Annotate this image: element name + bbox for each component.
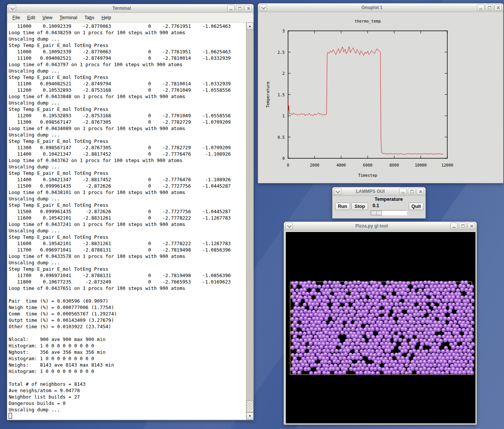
gnuplot-window-title: Gnuplot 1 bbox=[268, 5, 476, 10]
atom bbox=[431, 331, 435, 335]
atom bbox=[376, 371, 380, 376]
minimize-button[interactable] bbox=[399, 188, 407, 195]
lammps-gui-titlebar[interactable]: LAMMPS GUI bbox=[332, 187, 426, 196]
pizza-titlebar[interactable]: Pizza.py gl tool bbox=[284, 222, 477, 230]
atom bbox=[398, 338, 403, 343]
window-menu-button[interactable] bbox=[9, 5, 16, 12]
menu-item-edit[interactable]: Edit bbox=[25, 14, 38, 21]
terminal-titlebar[interactable]: Terminal bbox=[7, 4, 254, 13]
svg-text:Temperature: Temperature bbox=[266, 82, 270, 108]
atom bbox=[387, 306, 392, 310]
atom bbox=[363, 320, 367, 324]
svg-text:8000: 8000 bbox=[389, 163, 399, 167]
maximize-button[interactable] bbox=[459, 223, 466, 229]
atom bbox=[420, 327, 425, 332]
atom bbox=[425, 371, 429, 375]
atom bbox=[361, 338, 365, 343]
atom bbox=[427, 309, 432, 314]
window-menu-button[interactable] bbox=[285, 223, 293, 229]
atom bbox=[335, 349, 339, 353]
maximize-button[interactable] bbox=[486, 4, 493, 11]
atom bbox=[299, 367, 303, 371]
menu-item-view[interactable]: View bbox=[40, 14, 55, 21]
atom bbox=[386, 280, 390, 285]
minimize-icon bbox=[229, 9, 232, 10]
svg-text:3: 3 bbox=[282, 29, 285, 33]
close-button[interactable] bbox=[494, 4, 502, 11]
scroll-down-button[interactable]: ▼ bbox=[246, 412, 254, 420]
menu-item-file[interactable]: File bbox=[10, 14, 22, 21]
terminal-output: 11000 0.10092339 -2.8770063 0 -2.7761951… bbox=[7, 23, 246, 420]
terminal-scrollbar[interactable]: ▲ ▼ bbox=[246, 23, 254, 420]
atom bbox=[377, 352, 381, 357]
atom bbox=[351, 356, 355, 360]
close-button[interactable] bbox=[416, 188, 424, 195]
atom bbox=[389, 288, 394, 293]
atom bbox=[326, 284, 330, 289]
svg-text:0: 0 bbox=[282, 156, 285, 161]
atom bbox=[436, 328, 441, 332]
maximize-icon bbox=[410, 190, 413, 193]
svg-text:10000: 10000 bbox=[415, 163, 427, 167]
chevron-down-icon bbox=[287, 223, 292, 228]
slider-handle[interactable] bbox=[371, 211, 382, 215]
terminal-cursor bbox=[9, 413, 12, 419]
menu-item-terminal[interactable]: Terminal bbox=[57, 14, 80, 21]
atom bbox=[330, 349, 335, 353]
atom bbox=[332, 316, 337, 321]
atom bbox=[420, 284, 425, 288]
atom bbox=[400, 313, 404, 317]
scrollbar-trough[interactable] bbox=[246, 30, 254, 412]
atom bbox=[367, 334, 371, 339]
atom bbox=[340, 330, 345, 335]
atom bbox=[336, 360, 341, 364]
maximize-button[interactable] bbox=[408, 188, 415, 195]
atom bbox=[298, 331, 303, 336]
atom bbox=[292, 370, 297, 375]
temperature-slider[interactable] bbox=[370, 210, 407, 215]
atom bbox=[420, 313, 425, 317]
atom bbox=[302, 327, 306, 332]
atom bbox=[387, 349, 392, 353]
atom bbox=[317, 370, 321, 375]
close-button[interactable] bbox=[468, 223, 475, 229]
svg-text:2: 2 bbox=[282, 71, 285, 76]
run-button[interactable]: Run bbox=[335, 203, 350, 210]
quit-button[interactable]: Quit bbox=[409, 203, 424, 210]
minimize-button[interactable] bbox=[477, 4, 484, 11]
atom bbox=[361, 367, 365, 371]
atom bbox=[307, 346, 311, 350]
atom bbox=[421, 320, 425, 324]
window-menu-button[interactable] bbox=[260, 4, 267, 11]
maximize-button[interactable] bbox=[236, 5, 243, 12]
atom bbox=[309, 341, 313, 346]
window-menu-button[interactable] bbox=[334, 188, 341, 195]
menu-item-help[interactable]: Help bbox=[99, 14, 113, 21]
atom bbox=[439, 288, 444, 292]
atom bbox=[290, 346, 295, 350]
scroll-up-button[interactable]: ▲ bbox=[246, 23, 254, 30]
stop-button[interactable]: Stop bbox=[352, 203, 368, 210]
menu-item-tabs[interactable]: Tabs bbox=[82, 14, 97, 21]
atom bbox=[359, 371, 363, 375]
scrollbar-thumb[interactable] bbox=[246, 400, 254, 412]
gnuplot-window: Gnuplot 1 02000400060008000100001200000.… bbox=[258, 3, 504, 183]
gnuplot-titlebar[interactable]: Gnuplot 1 bbox=[258, 3, 503, 12]
chevron-down-icon bbox=[10, 5, 15, 10]
atom bbox=[355, 306, 359, 310]
atom bbox=[346, 299, 350, 303]
minimize-button[interactable] bbox=[227, 5, 235, 12]
gl-canvas[interactable] bbox=[286, 232, 475, 423]
atom bbox=[371, 327, 375, 332]
close-icon bbox=[247, 7, 250, 10]
atom bbox=[395, 370, 400, 375]
atom bbox=[421, 306, 426, 310]
atom bbox=[460, 288, 465, 292]
atom bbox=[471, 299, 475, 303]
atom bbox=[470, 363, 475, 368]
minimize-button[interactable] bbox=[450, 223, 458, 229]
close-button[interactable] bbox=[244, 5, 252, 12]
atom bbox=[342, 370, 347, 375]
atom bbox=[443, 338, 448, 343]
svg-text:0.5: 0.5 bbox=[278, 135, 285, 139]
